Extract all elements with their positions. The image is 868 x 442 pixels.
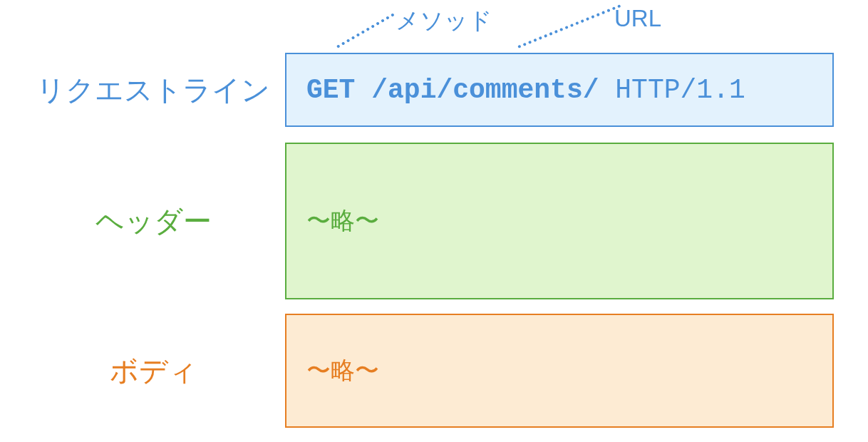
body-box: 〜略〜 — [285, 314, 834, 428]
diagram-container: メソッド URL リクエストライン GET /api/comments/ HTT… — [0, 0, 868, 442]
header-label: ヘッダー — [21, 202, 285, 241]
header-row: ヘッダー 〜略〜 — [21, 143, 834, 299]
request-line-text: GET /api/comments/ HTTP/1.1 — [306, 75, 745, 106]
request-line-row: リクエストライン GET /api/comments/ HTTP/1.1 — [21, 53, 834, 127]
http-method: GET — [306, 75, 355, 106]
header-content: 〜略〜 — [306, 205, 379, 237]
http-protocol: HTTP/1.1 — [615, 75, 745, 106]
request-line-box: GET /api/comments/ HTTP/1.1 — [285, 53, 834, 127]
dotted-line-url — [517, 4, 621, 48]
http-path: /api/comments/ — [371, 75, 599, 106]
request-line-label: リクエストライン — [21, 71, 285, 110]
body-row: ボディ 〜略〜 — [21, 314, 834, 428]
url-annotation: URL — [614, 5, 661, 32]
dotted-line-method — [336, 13, 395, 48]
header-box: 〜略〜 — [285, 143, 834, 299]
body-label: ボディ — [21, 351, 285, 391]
body-content: 〜略〜 — [306, 354, 379, 387]
method-annotation: メソッド — [396, 5, 492, 37]
